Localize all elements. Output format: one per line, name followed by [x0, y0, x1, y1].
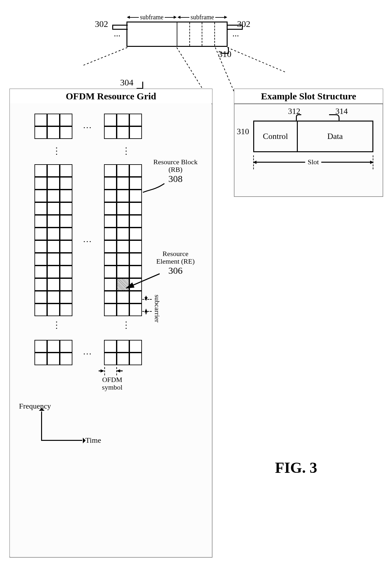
- expansion-dash: [176, 47, 202, 88]
- axis-time-label: Time: [85, 436, 101, 445]
- lead-arrow-306: [125, 272, 163, 291]
- figure-label: FIG. 3: [275, 459, 317, 476]
- grid-block-small: [35, 114, 73, 139]
- ref-304: 304: [120, 78, 133, 88]
- slot-control-region: Control: [254, 122, 298, 151]
- svg-marker-8: [116, 369, 120, 372]
- rb-label: Resource Block (RB): [149, 158, 202, 173]
- ellipsis: [122, 146, 131, 156]
- ellipsis: [83, 120, 92, 130]
- ref-302-left: 302: [95, 19, 108, 29]
- svg-line-0: [126, 274, 160, 288]
- ellipsis-right: ...: [232, 28, 239, 39]
- slot-structure-panel: Example Slot Structure 310 312 314 Contr…: [234, 89, 383, 197]
- subframe-label-right: subframe: [189, 14, 215, 21]
- frame-stack: [126, 22, 228, 47]
- expansion-dash: [83, 47, 128, 66]
- ellipsis: [122, 320, 131, 330]
- ellipsis: [52, 320, 61, 330]
- svg-marker-6: [101, 369, 104, 372]
- grid-panel-title: OFDM Resource Grid: [10, 89, 212, 104]
- ellipsis: [83, 347, 92, 357]
- ellipsis: [83, 234, 92, 244]
- slot-data-region: Data: [298, 122, 372, 151]
- ofdm-symbol-label: OFDM symbol: [98, 376, 126, 391]
- ref-310-top: 310: [218, 49, 231, 59]
- re-label: Resource Element (RE): [149, 250, 202, 265]
- ellipsis: [52, 146, 61, 156]
- slot-panel-title: Example Slot Structure: [234, 89, 383, 104]
- ellipsis-left: ...: [114, 28, 120, 39]
- slot-dim-label: Slot: [305, 158, 321, 166]
- subframe-label-left: subframe: [139, 14, 165, 21]
- axis-frequency-label: Frequency: [19, 402, 51, 410]
- ref-310-slot: 310: [237, 127, 249, 136]
- slot-box: Control Data: [253, 121, 373, 152]
- grid-block-rb: [35, 165, 73, 316]
- lead-304: [137, 82, 143, 89]
- svg-marker-4: [144, 309, 148, 312]
- grid-block-small: [104, 114, 142, 139]
- expansion-dash: [227, 47, 286, 72]
- figure-3-canvas: ◄► subframe ◄► subframe 302 302 ... ... …: [0, 0, 392, 563]
- ref-302-right: 302: [237, 19, 250, 29]
- svg-marker-2: [144, 297, 148, 301]
- subframe-dimension-labels: ◄► subframe ◄► subframe: [126, 13, 228, 22]
- grid-block-rb: [104, 165, 142, 316]
- lead-line-308: [142, 177, 168, 196]
- grid-block-small: [104, 340, 142, 366]
- subcarrier-label: subcarrier: [153, 295, 161, 322]
- grid-block-small: [35, 340, 73, 366]
